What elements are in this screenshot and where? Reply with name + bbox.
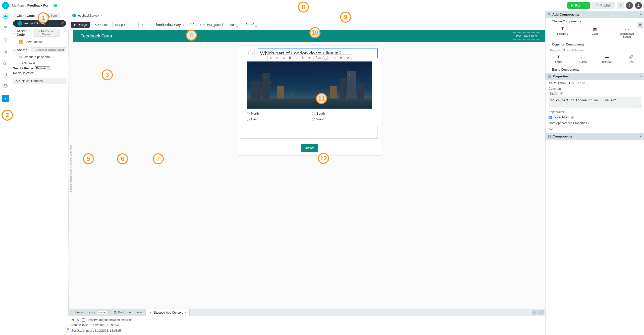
add-form-button[interactable]: + Add Form <box>41 13 60 18</box>
rail-database-icon[interactable] <box>2 25 9 32</box>
trash-icon[interactable]: 🗑 <box>71 318 74 322</box>
drop-links-slot[interactable]: Drop Links here <box>512 32 540 40</box>
component-card[interactable]: ▦Card <box>586 26 604 38</box>
run-more-button[interactable]: ⋮ <box>584 2 590 9</box>
rail-add-button[interactable]: + <box>2 95 9 102</box>
delete-icon[interactable]: 🗑 <box>338 55 345 61</box>
publish-button[interactable]: Publish <box>592 2 615 9</box>
collapse-icon[interactable]: − <box>639 13 641 16</box>
rail-mail-icon[interactable] <box>2 82 9 89</box>
common-components-heading[interactable]: ⌄Common Components <box>546 41 644 48</box>
bc-item[interactable]: card_1 <box>229 23 240 27</box>
settings-icon[interactable]: ⚙ <box>345 55 351 61</box>
chevron-down-icon[interactable]: ⌄ <box>13 14 15 17</box>
list-icon: ☰ <box>548 74 551 78</box>
form-tree-item[interactable]: ▭ feedbackSurvey 📌 <box>13 20 66 27</box>
align-right-icon[interactable]: ≡ <box>281 55 287 61</box>
underline-icon[interactable]: U <box>300 55 307 61</box>
design-mode-button[interactable]: Design <box>71 22 90 28</box>
asset-item[interactable]: </> standard-page.html <box>11 54 68 60</box>
more-icon[interactable]: ⋮ <box>60 31 66 35</box>
more-appearance-link[interactable]: More Appearance Properties› <box>549 121 641 125</box>
align-center-icon[interactable]: ≣ <box>274 55 281 61</box>
server-module-item[interactable]: ● ServerModule <box>11 39 68 45</box>
my-apps-link[interactable]: My Apps <box>12 4 25 7</box>
close-icon[interactable]: × <box>100 14 102 17</box>
collapse-icon[interactable]: − <box>639 74 641 78</box>
add-components-header[interactable]: ✎ Add Components − <box>546 11 644 18</box>
italic-icon[interactable]: I <box>294 55 300 61</box>
rail-settings-icon[interactable] <box>2 36 9 43</box>
card-1[interactable]: 1 › Which part of London do you live in? <box>238 45 381 156</box>
component-button[interactable]: ▭Button <box>574 54 592 63</box>
pin-icon[interactable]: 📌 <box>60 22 64 25</box>
more-icon[interactable]: ⋮ <box>60 14 66 18</box>
link-binding-icon[interactable]: 🔗 <box>559 92 563 95</box>
theme-components-heading[interactable]: ⌄Theme Components <box>546 18 644 25</box>
app-name[interactable]: Feedback Form <box>27 4 51 7</box>
radio-south[interactable]: South <box>312 112 372 115</box>
code-mode-button[interactable]: </>Code <box>92 22 110 28</box>
native-libraries-button[interactable]: </>Native Libraries… <box>13 78 66 84</box>
chevron-down-icon[interactable]: ⌄ <box>13 31 15 34</box>
bc-item[interactable]: label_1 <box>246 23 259 27</box>
restart-icon[interactable]: ↻ <box>77 318 79 322</box>
visible-checkbox[interactable] <box>549 116 552 119</box>
edit-icon[interactable]: ✎ <box>332 55 338 61</box>
redo-button[interactable]: ↷ <box>147 22 153 28</box>
account-button[interactable] <box>635 2 642 9</box>
browse-button[interactable]: Browse… <box>35 66 49 70</box>
radio-east[interactable]: East <box>247 117 307 121</box>
tab-app-console[interactable]: >_ Stopped App Console × <box>146 309 190 316</box>
tab-version-history[interactable]: ᛘ Version History master <box>68 309 111 316</box>
collapse-sidebar-button[interactable]: « <box>65 326 71 332</box>
radio-north[interactable]: North <box>247 112 307 115</box>
editor-more-button[interactable]: ⋮ <box>130 22 136 28</box>
console-collapse-button[interactable]: ⌄ <box>538 310 544 315</box>
rail-app-icon[interactable] <box>2 13 9 20</box>
rail-list-icon[interactable] <box>2 48 9 55</box>
split-mode-button[interactable]: ▥Split <box>112 22 128 28</box>
component-link[interactable]: 🔗Link <box>622 54 640 63</box>
bc-item[interactable]: self <box>187 23 194 27</box>
basic-components-heading[interactable]: ⌄Basic Components <box>546 66 644 73</box>
radio-west[interactable]: West <box>312 117 372 121</box>
properties-header[interactable]: ☰ Properties − <box>546 73 644 80</box>
okay-button[interactable]: OKAY <box>301 144 318 152</box>
help-button[interactable]: ? <box>626 2 633 9</box>
component-textbox[interactable]: ▬Text Box <box>598 54 616 63</box>
anvil-logo[interactable] <box>2 2 9 9</box>
object-tree-toggle[interactable]: ⧉ <box>637 22 643 28</box>
chevron-down-icon[interactable]: ⌄ <box>13 49 15 51</box>
component-headline[interactable]: 𝐓Headline <box>554 26 572 38</box>
publish-more-button[interactable]: ⋮ <box>617 2 624 9</box>
prop-text-input[interactable] <box>549 97 641 108</box>
console-command-button[interactable]: >_ <box>532 310 537 315</box>
editor-tab[interactable]: ▭ feedbackSurvey × <box>70 12 105 19</box>
align-left-icon[interactable]: ≡ <box>267 55 274 61</box>
visibility-icon[interactable]: 👁 <box>307 55 313 61</box>
preserve-checkbox[interactable]: Preserve output between sessions <box>82 318 132 322</box>
edit-name-icon[interactable]: ✎ <box>572 81 574 85</box>
bc-item[interactable]: feedbackSurvey <box>155 23 181 27</box>
link-binding-icon[interactable]: 🔗 <box>571 116 574 119</box>
rail-search-icon[interactable] <box>2 71 9 78</box>
rail-theme-icon[interactable] <box>2 59 9 66</box>
asset-item[interactable]: # theme.css <box>11 60 68 65</box>
close-icon[interactable]: × <box>185 311 186 314</box>
text-area[interactable] <box>241 126 378 139</box>
run-button[interactable]: Run <box>567 2 585 9</box>
svg-point-5 <box>5 39 6 40</box>
components-tree-header[interactable]: ☷ Components + <box>546 133 644 140</box>
add-component-icon[interactable]: + <box>639 134 641 138</box>
undo-button[interactable]: ↶ <box>138 22 145 28</box>
create-asset-button[interactable]: + Create or upload Asset <box>31 47 66 52</box>
add-server-module-button[interactable]: + Add Server Module <box>33 29 60 37</box>
bold-icon[interactable]: B <box>287 55 294 61</box>
image-1[interactable] <box>247 61 372 109</box>
component-highlighted-button[interactable]: ▭Highlighted Button <box>618 26 636 38</box>
bc-item[interactable]: content_panel <box>200 23 223 27</box>
component-label[interactable]: 𝐓Label <box>550 54 568 63</box>
tab-background-tasks[interactable]: ▤ Background Tasks <box>111 309 146 316</box>
question-number[interactable]: 1 › <box>241 49 255 58</box>
